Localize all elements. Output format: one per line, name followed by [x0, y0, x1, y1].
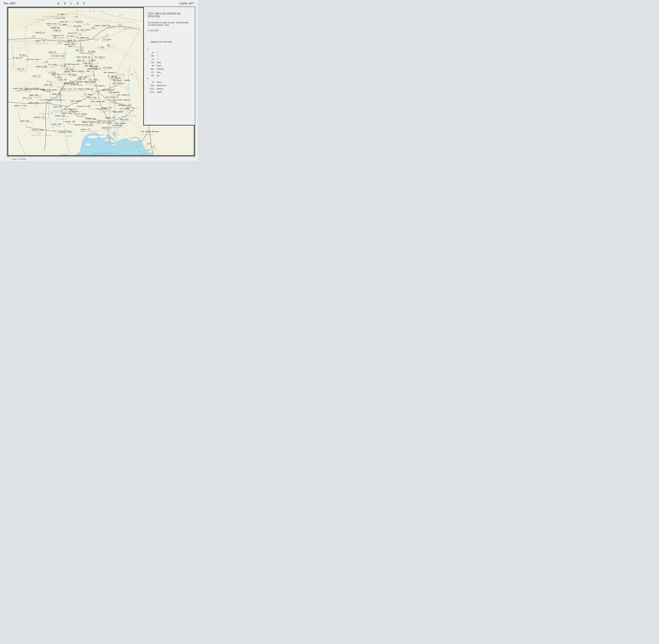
dialect-point-label[interactable]: 19 [76, 28, 78, 30]
village-marker[interactable] [85, 99, 86, 100]
dialect-point-label[interactable]: 146a balét / balč [90, 100, 105, 102]
village-marker[interactable] [52, 119, 53, 120]
village-marker[interactable] [60, 111, 62, 113]
dialect-point-label[interactable]: 20a [92, 27, 95, 29]
village-marker[interactable] [84, 52, 85, 54]
village-marker[interactable] [119, 28, 120, 29]
dialect-point-label[interactable]: gruṇ 73a [32, 75, 41, 77]
village-marker[interactable] [110, 112, 112, 113]
dialect-point-label[interactable]: mę́da 78 [51, 73, 59, 75]
dialect-point-label[interactable]: grúmo 211 [81, 129, 91, 130]
village-marker[interactable] [108, 100, 109, 101]
dialect-point-label[interactable]: tása 54 [17, 68, 24, 70]
village-marker[interactable] [51, 95, 52, 96]
village-marker[interactable] [15, 71, 16, 72]
dialect-point-label[interactable]: 24 [53, 37, 55, 38]
village-marker[interactable] [85, 39, 86, 40]
dialect-point-label[interactable]: 101a mū̂še [89, 79, 98, 81]
village-marker[interactable] [47, 71, 48, 72]
village-marker[interactable] [95, 48, 97, 49]
dialect-point-label[interactable]: 122 maríns (pl.) / kagọ́i̯ (pl.) ○ [39, 99, 65, 101]
village-marker[interactable] [21, 60, 22, 61]
dialect-point-label[interactable]: kóse 130a [88, 96, 97, 98]
village-marker[interactable] [64, 85, 65, 86]
village-marker[interactable] [72, 61, 73, 62]
village-marker[interactable] [106, 79, 107, 80]
dialect-point-label[interactable]: 40 tása / gruṇ ○ [27, 59, 41, 60]
dialect-point-label[interactable]: gruṇ 12 [60, 21, 67, 23]
dialect-point-label[interactable]: 5 [87, 23, 88, 24]
dialect-point-label[interactable]: grum 17a [51, 27, 60, 29]
dialect-point-label[interactable]: 39 gruṇ [19, 54, 26, 56]
dialect-point-label[interactable]: 3 kavól [76, 21, 82, 23]
village-marker[interactable] [144, 153, 145, 154]
village-marker[interactable] [99, 36, 100, 38]
dialect-point-label[interactable]: P [132, 74, 133, 76]
dialect-point-label[interactable]: 7a [119, 24, 121, 26]
village-marker[interactable] [16, 108, 17, 109]
dialect-point-label[interactable]: kaʃọ́n 109 [29, 94, 38, 96]
dialect-point-label[interactable]: tamọ́śe 193 [86, 118, 96, 119]
dialect-point-label[interactable]: 38 balọ́t Ⓟ [13, 57, 22, 59]
dialect-point-label[interactable]: kanér Ⓟ 209a [32, 129, 44, 131]
dialect-point-label[interactable]: 219 ∙ ku̯ópa sýrčou̯nэ [141, 131, 159, 133]
dialect-point-label[interactable]: 110a gruṇ / mę́da [42, 89, 57, 91]
dialect-point-label[interactable]: kápe / stái̯pe 67 [88, 68, 101, 70]
village-marker[interactable] [29, 131, 30, 133]
dialect-point-label[interactable]: kápa 50 [77, 59, 84, 61]
dialect-point-label[interactable]: 221 [147, 143, 151, 145]
village-marker[interactable] [52, 78, 54, 79]
village-marker[interactable] [49, 111, 50, 112]
village-marker[interactable] [142, 134, 143, 135]
village-marker[interactable] [111, 103, 112, 105]
village-marker[interactable] [42, 53, 44, 54]
dialect-point-label[interactable]: śtái̯pe 99 [77, 78, 85, 80]
village-marker[interactable] [70, 17, 71, 18]
dialect-point-label[interactable]: 15 [106, 34, 108, 36]
dialect-point-label[interactable]: ○ 34a [98, 46, 104, 48]
dialect-point-label[interactable]: 66a mę́de [90, 65, 98, 67]
dialect-point-label[interactable]: 31a mę́das (pl.) [76, 37, 89, 39]
dialect-point-label[interactable]: mę́de 31 [67, 40, 75, 42]
village-marker[interactable] [68, 26, 69, 27]
village-marker[interactable] [38, 16, 40, 17]
village-marker[interactable] [104, 78, 105, 79]
village-marker[interactable] [71, 115, 72, 116]
dialect-point-label[interactable]: 215a tamọ́śa [115, 122, 126, 124]
village-marker[interactable] [21, 91, 22, 92]
dialect-point-label[interactable]: 3a [76, 15, 78, 17]
dialect-point-label[interactable]: kabọ́śa 212 [101, 127, 112, 129]
dialect-point-label[interactable]: 52 kápe [89, 59, 96, 61]
dialect-point-label[interactable]: šábe [?] 16 [36, 31, 45, 33]
dialect-point-label[interactable]: 88a lọ́nza — tamộše [113, 79, 130, 81]
dialect-point-label[interactable]: 119a tamóśa Ⓟ [116, 94, 130, 96]
dialect-point-label[interactable]: tamóśe 112a [61, 88, 72, 90]
dialect-point-label[interactable]: 131 tamóse Ⓟ [106, 96, 118, 98]
dialect-point-label[interactable]: 118a tamóśa [109, 91, 120, 93]
dialect-point-label[interactable]: 105 tamóśa Ⓟ [112, 83, 124, 85]
dialect-point-label[interactable]: 144a tamóse [70, 100, 81, 102]
dialect-point-label[interactable]: tamóśa 174 [55, 115, 65, 117]
dialect-point-label[interactable]: grum Ⓟ 172 [34, 116, 45, 118]
dialect-point-label[interactable]: mę́da 161 [53, 106, 62, 108]
village-marker[interactable] [48, 18, 49, 20]
village-marker[interactable] [83, 108, 85, 109]
village-marker[interactable] [27, 37, 28, 39]
village-marker[interactable] [46, 97, 47, 98]
dialect-point-label[interactable]: 1 [43, 16, 44, 18]
dialect-point-label[interactable]: 79a mę̂de [68, 74, 77, 76]
village-marker[interactable] [66, 102, 67, 104]
dialect-point-label[interactable]: grum 17 [53, 29, 61, 31]
dialect-point-label[interactable]: 22a [32, 35, 35, 37]
village-marker[interactable] [103, 26, 104, 28]
village-marker[interactable] [106, 93, 107, 94]
dialect-point-label[interactable]: 18 grum [74, 25, 82, 27]
dialect-point-label[interactable]: kabọ́śa 196 [105, 117, 115, 119]
village-marker[interactable] [81, 84, 82, 85]
dialect-point-label[interactable]: 223 [146, 150, 150, 151]
dialect-point-label[interactable]: mę́da 124a [52, 93, 62, 95]
village-marker[interactable] [82, 75, 83, 76]
village-marker[interactable] [32, 19, 33, 20]
dialect-point-label[interactable]: 57a mę́da [48, 64, 57, 66]
village-marker[interactable] [100, 99, 101, 100]
